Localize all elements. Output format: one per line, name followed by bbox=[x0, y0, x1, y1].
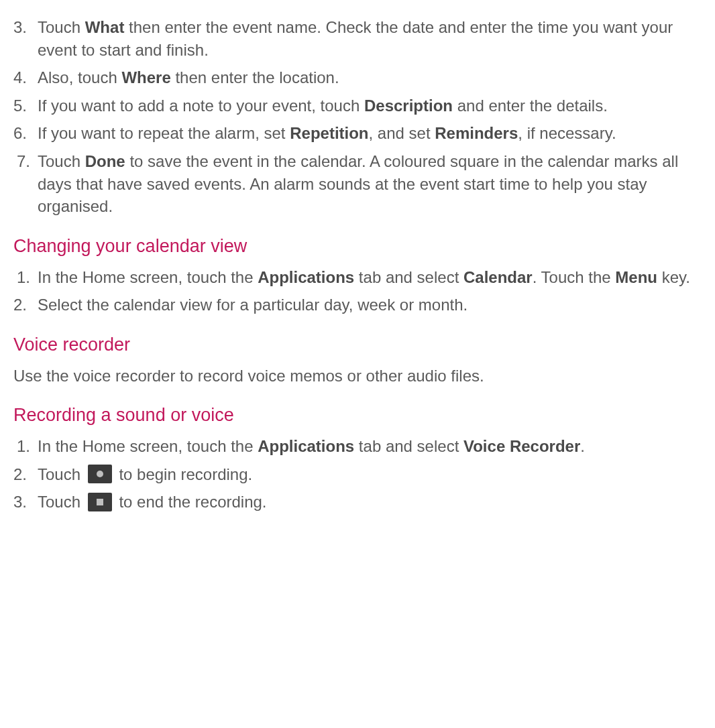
step-number: 4. bbox=[13, 66, 27, 89]
step-7: 7. Touch Done to save the event in the c… bbox=[13, 150, 702, 218]
heading-changing-calendar-view: Changing your calendar view bbox=[13, 234, 702, 259]
step-6: 6. If you want to repeat the alarm, set … bbox=[13, 122, 702, 145]
step-number: 3. bbox=[13, 16, 27, 39]
step-text: If you want to repeat the alarm, set Rep… bbox=[38, 124, 616, 142]
step-number: 1. bbox=[17, 266, 30, 289]
step-number: 6. bbox=[13, 122, 27, 145]
step-3: 3. Touch to end the recording. bbox=[13, 491, 702, 513]
step-text: Touch to end the recording. bbox=[38, 493, 267, 511]
step-text: Also, touch Where then enter the locatio… bbox=[38, 68, 339, 86]
heading-recording-sound: Recording a sound or voice bbox=[13, 403, 702, 428]
step-number: 1. bbox=[17, 435, 30, 458]
steps-list-continued: 3. Touch What then enter the event name.… bbox=[13, 16, 702, 218]
steps-list-calendar-view: 1. In the Home screen, touch the Applica… bbox=[13, 266, 702, 316]
steps-list-recording: 1. In the Home screen, touch the Applica… bbox=[13, 435, 702, 513]
step-number: 2. bbox=[13, 463, 27, 486]
step-1: 1. In the Home screen, touch the Applica… bbox=[13, 435, 702, 458]
step-text: Touch Done to save the event in the cale… bbox=[38, 152, 678, 215]
step-text: In the Home screen, touch the Applicatio… bbox=[38, 437, 585, 455]
step-1: 1. In the Home screen, touch the Applica… bbox=[13, 266, 702, 289]
step-number: 5. bbox=[13, 95, 27, 117]
step-4: 4. Also, touch Where then enter the loca… bbox=[13, 66, 702, 89]
step-text: Touch What then enter the event name. Ch… bbox=[38, 18, 673, 59]
record-icon bbox=[88, 465, 112, 483]
voice-recorder-description: Use the voice recorder to record voice m… bbox=[13, 365, 702, 387]
step-text: Touch to begin recording. bbox=[38, 465, 252, 483]
step-number: 3. bbox=[13, 491, 27, 513]
step-text: Select the calendar view for a particula… bbox=[38, 296, 468, 314]
step-2: 2. Touch to begin recording. bbox=[13, 463, 702, 486]
step-number: 2. bbox=[13, 294, 27, 316]
stop-icon bbox=[88, 493, 112, 511]
step-2: 2. Select the calendar view for a partic… bbox=[13, 294, 702, 316]
step-text: In the Home screen, touch the Applicatio… bbox=[38, 268, 690, 286]
step-text: If you want to add a note to your event,… bbox=[38, 97, 608, 115]
step-5: 5. If you want to add a note to your eve… bbox=[13, 95, 702, 117]
heading-voice-recorder: Voice recorder bbox=[13, 332, 702, 358]
step-number: 7. bbox=[17, 150, 30, 173]
step-3: 3. Touch What then enter the event name.… bbox=[13, 16, 702, 61]
